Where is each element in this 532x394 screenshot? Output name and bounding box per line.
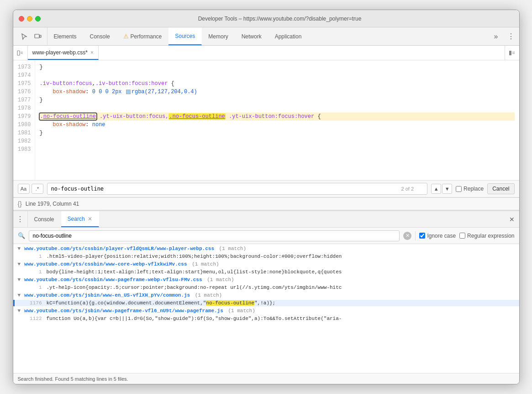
code-line-1979: .no-focus-outline .yt-uix-button:focus,.… [40, 112, 515, 121]
search-panel-input[interactable] [29, 230, 400, 241]
result-file-3-count: (1 match) [204, 277, 234, 282]
maximize-button[interactable] [35, 16, 41, 21]
cursor-icon[interactable] [19, 31, 30, 42]
panel-tab-search[interactable]: Search ✕ [61, 211, 99, 227]
replace-checkbox[interactable]: Replace [456, 186, 484, 192]
tab-elements[interactable]: Elements [47, 27, 84, 45]
expand-navigator-button[interactable] [13, 46, 28, 60]
panel-menu-button[interactable]: ⋮ [13, 211, 28, 227]
result-file-5-link[interactable]: www.youtube.com/yts/jsbin/www-pageframe-… [24, 308, 223, 314]
search-panel-bar: 🔍 ✕ Ignore case Regular expression [13, 228, 519, 244]
result-file-3[interactable]: ▼ www.youtube.com/yts/cssbin/www-pagefra… [13, 275, 519, 284]
code-line-1978 [40, 104, 515, 112]
svg-rect-5 [509, 51, 511, 55]
status-bar: {} Line 1979, Column 41 [13, 197, 519, 210]
file-tab-name: www-player-webp.css* [32, 49, 88, 56]
svg-rect-0 [35, 34, 39, 38]
search-panel-icon: 🔍 [18, 232, 25, 239]
devtools-window: Developer Tools – https://www.youtube.co… [13, 10, 520, 384]
result-file-3-link[interactable]: www.youtube.com/yts/cssbin/www-pageframe… [24, 277, 202, 282]
collapse-button[interactable] [505, 46, 519, 60]
result-file-1[interactable]: ▼ www.youtube.com/yts/cssbin/player-vfld… [13, 244, 519, 253]
code-line-1973: } [40, 63, 515, 71]
result-row-file3-1[interactable]: 1 .yt-help-icon{opacity:.5;cursor:pointe… [13, 284, 519, 291]
file-tab-bar: www-player-webp.css* × [13, 46, 519, 60]
find-count: 2 of 2 [401, 186, 414, 192]
tab-application[interactable]: Application [269, 27, 309, 45]
replace-checkbox-input[interactable] [456, 186, 462, 192]
tab-console[interactable]: Console [84, 27, 117, 45]
search-panel-divider [415, 231, 416, 240]
result-file-2-link[interactable]: www.youtube.com/yts/cssbin/www-core-webp… [24, 261, 187, 267]
result-row-file4-1[interactable]: 1176 kC=function(a){g.co(window.document… [13, 300, 519, 306]
code-line-1981: } [40, 129, 515, 137]
code-line-1975: .iv-button:focus,.iv-button:focus:hover … [40, 80, 515, 88]
more-tabs-button[interactable]: » [490, 27, 503, 45]
find-input[interactable] [47, 183, 428, 195]
find-next-button[interactable]: ▼ [442, 184, 452, 194]
warning-icon: ⚠ [123, 33, 129, 40]
code-line-1982 [40, 137, 515, 145]
file-tab-close-button[interactable]: × [90, 49, 94, 56]
regex-label[interactable]: Regular expression [459, 233, 514, 239]
result-file-4[interactable]: ▼ www.youtube.com/yts/jsbin/www-en_US-vf… [13, 291, 519, 300]
code-editor[interactable]: 1973 1974 1975 1976 1977 1978 1979 1980 … [13, 60, 519, 180]
search-panel-clear-button[interactable]: ✕ [403, 232, 411, 240]
tab-network[interactable]: Network [235, 27, 269, 45]
code-line-1983 [40, 145, 515, 154]
title-bar: Developer Tools – https://www.youtube.co… [13, 10, 519, 27]
search-status-text: Search finished. Found 5 matching lines … [18, 376, 128, 382]
result-file-5-count: (1 match) [225, 308, 255, 314]
result-file-4-count: (1 match) [192, 293, 222, 298]
tab-performance[interactable]: ⚠ Performance [117, 27, 169, 45]
find-navigation: ▲ ▼ [431, 184, 452, 194]
code-line-1976: box-shadow: 0 0 0 2px rgba(27,127,204,0.… [40, 88, 515, 96]
find-previous-button[interactable]: ▲ [431, 184, 441, 194]
result-row-file1-1[interactable]: 1 .html5-video-player{position:relative;… [13, 253, 519, 260]
svg-rect-2 [17, 51, 20, 55]
search-options: Aa .* [18, 184, 43, 194]
device-icon[interactable] [32, 31, 43, 42]
search-status: Search finished. Found 5 matching lines … [13, 373, 519, 384]
result-file-1-link[interactable]: www.youtube.com/yts/cssbin/player-vfldQs… [24, 246, 214, 251]
ignore-case-checkbox[interactable] [419, 233, 425, 239]
line-numbers: 1973 1974 1975 1976 1977 1978 1979 1980 … [13, 60, 35, 180]
panel-close-button[interactable]: ✕ [505, 211, 519, 227]
traffic-lights [19, 16, 41, 21]
search-panel: 🔍 ✕ Ignore case Regular expression ▼ [13, 228, 519, 384]
result-file-4-link[interactable]: www.youtube.com/yts/jsbin/www-en_US-vflX… [24, 293, 190, 298]
search-results[interactable]: ▼ www.youtube.com/yts/cssbin/player-vfld… [13, 244, 519, 373]
minimize-button[interactable] [27, 16, 32, 21]
result-file-2[interactable]: ▼ www.youtube.com/yts/cssbin/www-core-we… [13, 260, 519, 269]
format-icon[interactable]: {} [18, 200, 22, 208]
result-row-file2-1[interactable]: 1 body{line-height:1;text-align:left;tex… [13, 269, 519, 275]
window-title: Developer Tools – https://www.youtube.co… [46, 16, 514, 22]
regex-button[interactable]: .* [32, 184, 43, 194]
file-tab-css[interactable]: www-player-webp.css* × [28, 46, 99, 60]
result-file-1-count: (1 match) [216, 246, 246, 251]
panel-tab-console[interactable]: Console [28, 211, 61, 227]
code-area: 1973 1974 1975 1976 1977 1978 1979 1980 … [13, 60, 519, 210]
result-row-file5-1[interactable]: 1122 function Uo(a,b){var c=b|||1.d=G(So… [13, 315, 519, 322]
svg-rect-1 [40, 35, 41, 37]
code-line-1974 [40, 71, 515, 80]
panel-tab-bar: ⋮ Console Search ✕ ✕ [13, 211, 519, 228]
code-content: } .iv-button:focus,.iv-button:focus:hove… [35, 60, 519, 180]
tab-list: Elements Console ⚠ Performance Sources M… [47, 27, 490, 45]
find-cancel-button[interactable]: Cancel [487, 183, 514, 194]
result-file-2-count: (1 match) [189, 261, 219, 267]
customize-button[interactable]: ⋮ [503, 27, 519, 45]
regex-checkbox[interactable] [459, 233, 465, 239]
main-tab-bar: Elements Console ⚠ Performance Sources M… [13, 27, 519, 46]
ignore-case-label[interactable]: Ignore case [419, 233, 456, 239]
result-file-5[interactable]: ▼ www.youtube.com/yts/jsbin/www-pagefram… [13, 306, 519, 315]
tab-sources[interactable]: Sources [169, 27, 202, 45]
match-case-button[interactable]: Aa [18, 184, 30, 194]
tab-memory[interactable]: Memory [202, 27, 235, 45]
code-line-1977: } [40, 96, 515, 104]
close-button[interactable] [19, 16, 24, 21]
bottom-panel: ⋮ Console Search ✕ ✕ 🔍 ✕ Ignore case [13, 210, 519, 384]
search-tab-close-button[interactable]: ✕ [88, 216, 92, 222]
cursor-position: Line 1979, Column 41 [26, 201, 79, 207]
tab-bar-icons [15, 27, 47, 45]
